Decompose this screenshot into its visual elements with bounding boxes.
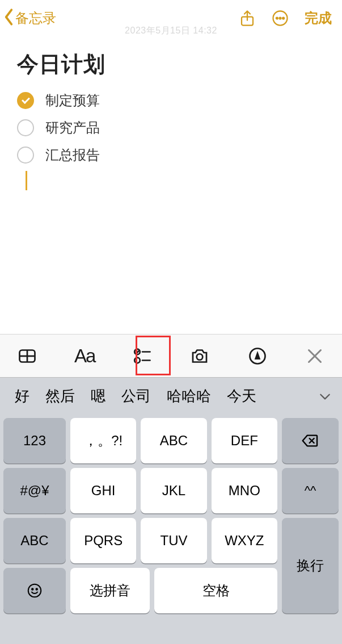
- key-abc[interactable]: ABC: [141, 418, 206, 463]
- note-title: 今日计划: [17, 50, 325, 79]
- key-tuv[interactable]: TUV: [141, 518, 206, 563]
- key-pqrs[interactable]: PQRS: [70, 518, 136, 563]
- key-jkl[interactable]: JKL: [141, 468, 206, 513]
- key-punct[interactable]: ，。?!: [70, 418, 136, 463]
- text-format-button[interactable]: Aa: [70, 340, 100, 372]
- checkbox-checked-icon[interactable]: [17, 92, 34, 109]
- check-label: 汇总报告: [45, 146, 100, 164]
- key-abc-mode[interactable]: ABC: [3, 518, 66, 563]
- nav-bar: 备忘录 2023年5月15日 14:32 完成: [0, 0, 342, 34]
- svg-point-4: [282, 18, 284, 19]
- back-button[interactable]: 备忘录: [3, 8, 56, 28]
- note-timestamp: 2023年5月15日 14:32: [125, 25, 217, 37]
- key-space[interactable]: 空格: [154, 568, 277, 613]
- candidate-word[interactable]: 公司: [113, 386, 159, 406]
- key-def[interactable]: DEF: [212, 418, 277, 463]
- svg-point-3: [280, 18, 281, 19]
- close-keyboard-icon[interactable]: [301, 340, 330, 372]
- key-delete[interactable]: [282, 418, 339, 463]
- markup-icon[interactable]: [243, 340, 272, 372]
- check-label: 制定预算: [45, 91, 100, 110]
- check-item[interactable]: 制定预算: [17, 87, 325, 114]
- note-body[interactable]: 今日计划 制定预算研究产品汇总报告: [0, 34, 342, 334]
- more-icon[interactable]: [272, 10, 289, 27]
- candidate-word[interactable]: 好: [7, 386, 37, 406]
- key-face[interactable]: ^^: [282, 468, 339, 513]
- key-return[interactable]: 换行: [282, 518, 339, 613]
- candidate-expand-icon[interactable]: [311, 383, 339, 410]
- check-item[interactable]: 汇总报告: [17, 141, 325, 169]
- chevron-left-icon: [3, 8, 14, 28]
- format-toolbar: Aa: [0, 334, 342, 377]
- svg-point-19: [32, 588, 33, 590]
- candidate-word[interactable]: 今天: [219, 386, 264, 406]
- key-ghi[interactable]: GHI: [70, 468, 136, 513]
- key-symbols[interactable]: #@¥: [3, 468, 66, 513]
- key-emoji[interactable]: [3, 568, 66, 613]
- done-button[interactable]: 完成: [305, 9, 332, 27]
- svg-point-10: [134, 357, 140, 363]
- check-label: 研究产品: [45, 119, 100, 137]
- checkbox-empty-icon[interactable]: [17, 147, 34, 164]
- table-icon[interactable]: [12, 340, 42, 372]
- text-cursor: [26, 171, 27, 190]
- back-label: 备忘录: [15, 9, 56, 27]
- checklist: 制定预算研究产品汇总报告: [17, 87, 325, 169]
- keyboard: 123 ，。?! ABC DEF #@¥ GHI JKL MNO ^^ ABC …: [0, 415, 342, 644]
- svg-point-20: [36, 588, 38, 590]
- key-123[interactable]: 123: [3, 418, 66, 463]
- checklist-icon[interactable]: [128, 340, 157, 372]
- camera-icon[interactable]: [185, 340, 215, 372]
- checkbox-empty-icon[interactable]: [17, 119, 34, 136]
- share-icon[interactable]: [239, 10, 256, 27]
- candidate-word[interactable]: 哈哈哈: [159, 386, 219, 406]
- svg-point-2: [276, 18, 278, 19]
- svg-point-18: [28, 584, 41, 597]
- candidate-bar: 好然后嗯公司哈哈哈今天: [0, 377, 342, 415]
- key-wxyz[interactable]: WXYZ: [212, 518, 277, 563]
- candidate-word[interactable]: 然后: [37, 386, 83, 406]
- key-mno[interactable]: MNO: [212, 468, 277, 513]
- key-select-pinyin[interactable]: 选拼音: [70, 568, 150, 613]
- candidate-word[interactable]: 嗯: [83, 386, 113, 406]
- svg-point-12: [197, 354, 203, 360]
- check-item[interactable]: 研究产品: [17, 114, 325, 141]
